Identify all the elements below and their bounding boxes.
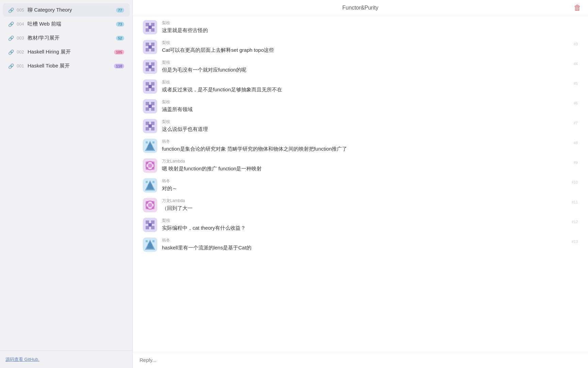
message-row: 梨枝 Cat可以在更高的层面上去解释set graph topo这些 #3: [143, 36, 578, 56]
message-content: 梨枝 这么说似乎也有道理: [162, 119, 578, 133]
message-author: 韩冬: [162, 237, 578, 243]
message-row: 梨枝 涵盖所有领域 #6: [143, 95, 578, 115]
message-number: #9: [574, 160, 578, 165]
message-row: 韩冬 haskell里有一个流派的lens是基于Cat的 #13: [143, 233, 578, 253]
message-author: 梨枝: [162, 79, 578, 85]
item-label: 吐槽 Web 前端: [28, 21, 113, 27]
svg-rect-5: [151, 28, 154, 32]
message-text: 但是为毛没有一个就对应function的呢: [162, 66, 578, 74]
message-number: #12: [572, 220, 578, 224]
sidebar-item-001[interactable]: 🔗 001 Haskell Tiobe 展开 110: [3, 59, 130, 73]
sidebar-item-004[interactable]: 🔗 004 吐槽 Web 前端 73: [3, 17, 130, 31]
message-author: 梨枝: [162, 119, 578, 125]
message-text: function是集合论的研究对象 范畴学研究的物体和物体之间的映射把funct…: [162, 145, 578, 153]
avatar: [143, 198, 157, 212]
message-text: 对的～: [162, 185, 578, 193]
message-text: haskell里有一个流派的lens是基于Cat的: [162, 244, 578, 252]
svg-rect-67: [151, 226, 154, 229]
avatar: [143, 158, 157, 173]
message-content: 梨枝 这里就是有些古怪的: [162, 20, 578, 34]
svg-rect-54: [152, 181, 154, 183]
avatar: [143, 237, 157, 252]
message-number: #8: [574, 141, 578, 145]
message-text: 这么说似乎也有道理: [162, 125, 578, 133]
svg-rect-29: [151, 107, 154, 111]
message-row: 万龙Lambda （回到了大一 #11: [143, 194, 578, 214]
message-author: 梨枝: [162, 20, 578, 26]
svg-rect-22: [146, 88, 149, 91]
message-text: Cat可以在更高的层面上去解释set graph topo这些: [162, 46, 578, 54]
message-row: 梨枝 但是为毛没有一个就对应function的呢 #4: [143, 56, 578, 75]
item-num: 003: [17, 35, 25, 41]
message-row: 梨枝 这里就是有些古怪的: [143, 16, 578, 36]
message-text: 这里就是有些古怪的: [162, 27, 578, 34]
main-header: Functor&Purity 🗑: [133, 0, 588, 16]
svg-point-39: [148, 144, 152, 148]
svg-rect-4: [146, 28, 149, 32]
svg-point-52: [148, 184, 152, 188]
message-content: 梨枝 或者反过来说，是不是function足够抽象而且无所不在: [162, 79, 578, 94]
svg-rect-11: [151, 48, 154, 51]
message-text: （回到了大一: [162, 204, 578, 212]
sidebar-item-002[interactable]: 🔗 002 Haskell Hiring 展开 105: [3, 45, 130, 59]
item-badge: 73: [116, 22, 124, 27]
message-author: 梨枝: [162, 218, 578, 224]
svg-rect-28: [146, 107, 149, 111]
svg-rect-58: [146, 201, 148, 204]
svg-rect-47: [146, 167, 148, 170]
reply-input[interactable]: [140, 357, 581, 363]
message-text: 嗯 映射是function的推广 function是一种映射: [162, 165, 578, 173]
item-badge: 110: [114, 64, 124, 68]
message-author: 梨枝: [162, 40, 578, 46]
link-icon: 🔗: [8, 21, 14, 27]
link-icon: 🔗: [8, 7, 14, 13]
svg-rect-60: [146, 206, 148, 209]
reply-area: [133, 352, 588, 368]
message-content: 万龙Lambda （回到了大一: [162, 198, 578, 212]
message-author: 万龙Lambda: [162, 158, 578, 164]
message-author: 万龙Lambda: [162, 198, 578, 204]
message-author: 韩冬: [162, 178, 578, 184]
svg-rect-73: [152, 240, 154, 242]
svg-rect-46: [152, 162, 154, 164]
message-number: #4: [574, 62, 578, 66]
message-content: 韩冬 对的～: [162, 178, 578, 193]
messages-container: 梨枝 这里就是有些古怪的 梨枝 Cat可以在更高的层面上去解释set graph…: [133, 16, 588, 352]
message-text: 实际编程中，cat theory有什么收益？: [162, 224, 578, 232]
item-badge: 105: [114, 50, 124, 55]
message-content: 韩冬 haskell里有一个流派的lens是基于Cat的: [162, 237, 578, 252]
message-number: #7: [574, 121, 578, 125]
message-number: #6: [574, 101, 578, 105]
svg-point-71: [148, 243, 152, 247]
message-number: #13: [572, 240, 578, 244]
svg-rect-17: [151, 68, 154, 71]
message-row: 万龙Lambda 嗯 映射是function的推广 function是一种映射 …: [143, 154, 578, 174]
sidebar-item-005[interactable]: 🔗 005 聊 Category Theory 77: [3, 3, 130, 17]
link-icon: 🔗: [8, 63, 14, 69]
avatar: [143, 40, 157, 54]
svg-point-44: [148, 164, 152, 168]
item-num: 001: [17, 63, 25, 68]
avatar: [143, 99, 157, 113]
svg-rect-10: [146, 48, 149, 51]
github-link[interactable]: 源码查看 GitHub.: [5, 357, 39, 362]
message-text: 涵盖所有领域: [162, 106, 578, 113]
message-row: 梨枝 这么说似乎也有道理 #7: [143, 115, 578, 135]
svg-rect-61: [152, 206, 154, 209]
sidebar-footer: 源码查看 GitHub.: [0, 350, 132, 368]
message-number: #3: [574, 42, 578, 46]
delete-icon[interactable]: 🗑: [574, 3, 581, 12]
avatar: [143, 20, 157, 34]
item-badge: 52: [116, 36, 124, 41]
avatar: [143, 60, 157, 74]
main-panel: Functor&Purity 🗑 梨枝 这里就是有些古怪的 梨枝 Cat可以在更…: [133, 0, 588, 368]
message-row: 韩冬 对的～ #10: [143, 174, 578, 194]
message-content: 万龙Lambda 嗯 映射是function的推广 function是一种映射: [162, 158, 578, 173]
message-row: 梨枝 或者反过来说，是不是function足够抽象而且无所不在 #5: [143, 75, 578, 95]
message-author: 梨枝: [162, 99, 578, 105]
item-badge: 77: [116, 8, 124, 13]
sidebar-item-003[interactable]: 🔗 003 教材/学习展开 52: [3, 31, 130, 45]
item-num: 005: [17, 7, 25, 13]
svg-rect-45: [146, 162, 148, 164]
channel-title: Functor&Purity: [342, 5, 378, 11]
